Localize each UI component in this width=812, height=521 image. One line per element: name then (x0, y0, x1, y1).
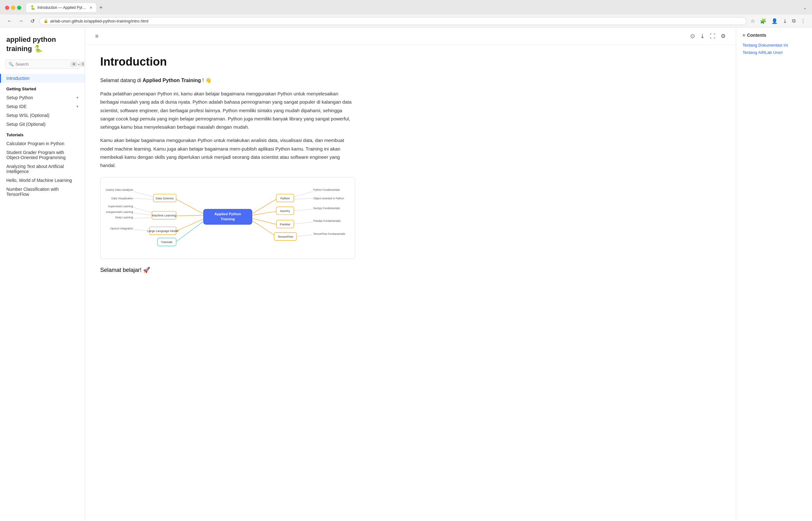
svg-text:Data Science: Data Science (156, 197, 174, 200)
search-shortcut: ⌘ + K (71, 62, 85, 67)
active-tab[interactable]: 🐍 Introduction — Applied Pytho... ✕ (26, 3, 96, 12)
svg-text:TensorFlow Fundamentals: TensorFlow Fundamentals (313, 232, 345, 235)
svg-line-19 (176, 219, 203, 231)
svg-text:Deep Learning: Deep Learning (115, 216, 133, 219)
sidebar-item-calculator[interactable]: Calculator Program in Python (0, 139, 85, 148)
main-content: ≡ ⊙ ⤓ ⛶ ⚙ Introduction Selamat datang di… (85, 27, 736, 521)
svg-line-8 (133, 198, 153, 199)
svg-text:Data Visualization: Data Visualization (111, 197, 133, 200)
tutorials-section: Tutorials (0, 129, 85, 139)
svg-text:NumPy: NumPy (280, 209, 290, 213)
svg-text:Unsupervised Learning: Unsupervised Learning (106, 210, 133, 213)
svg-line-10 (176, 216, 203, 216)
fullscreen-icon[interactable]: ⛶ (710, 33, 715, 40)
svg-text:TensorFlow: TensorFlow (278, 235, 293, 239)
svg-line-27 (252, 199, 277, 214)
new-tab-button[interactable]: + (98, 4, 105, 11)
sidebar-item-setup-git[interactable]: Setup Git (Optional) (0, 120, 85, 129)
profile-icon[interactable]: 👤 (770, 17, 779, 25)
address-bar[interactable]: 🔒 (39, 17, 747, 25)
svg-text:Python Fundamentals: Python Fundamentals (313, 188, 340, 191)
page-wrapper: applied python training 🐍 🔍 ⌘ + K Introd… (0, 27, 812, 521)
svg-line-30 (294, 192, 313, 197)
download-page-icon[interactable]: ⤓ (700, 32, 705, 40)
main-topbar: ≡ ⊙ ⤓ ⛶ ⚙ (85, 27, 736, 45)
article: Introduction Selamat datang di Applied P… (85, 45, 370, 289)
bookmark-icon[interactable]: ☆ (749, 17, 756, 25)
svg-line-13 (133, 208, 152, 213)
svg-line-32 (294, 198, 313, 199)
svg-line-37 (294, 209, 313, 211)
back-button[interactable]: ← (5, 17, 14, 25)
svg-text:OpenAI Integration: OpenAI Integration (110, 227, 133, 230)
svg-text:Exploratory Data Aanalysis: Exploratory Data Aanalysis (106, 188, 133, 191)
k-key: K (80, 62, 85, 67)
more-options-icon[interactable]: ⋮ (799, 17, 807, 25)
sidebar-item-number-classification[interactable]: Number Classification with TensorFlow (0, 185, 85, 199)
svg-text:Object-oriented in Python: Object-oriented in Python (313, 197, 344, 200)
svg-line-34 (252, 211, 277, 215)
mindmap-diagram: Applied Python Training Data Science Exp… (100, 177, 355, 259)
tab-list-button[interactable]: ⌄ (803, 5, 807, 10)
menu-icon[interactable]: ≡ (95, 33, 99, 40)
getting-started-section: Getting Started (0, 83, 85, 93)
traffic-lights (5, 6, 21, 10)
mindmap-svg: Applied Python Training Data Science Exp… (106, 183, 350, 252)
maximize-button[interactable] (17, 6, 21, 10)
sidebar-item-student-grader[interactable]: Student Grader Program with Object-Orien… (0, 148, 85, 162)
download-icon[interactable]: ⤓ (782, 17, 788, 25)
sidebar-item-setup-wsl[interactable]: Setup WSL (Optional) (0, 111, 85, 120)
article-intro: Selamat datang di Applied Python Trainin… (100, 76, 355, 85)
close-button[interactable] (5, 6, 9, 10)
svg-text:Training: Training (221, 217, 235, 221)
svg-text:Supervised Learning: Supervised Learning (108, 205, 133, 208)
browser-titlebar: 🐍 Introduction — Applied Pytho... ✕ + ⌄ (0, 0, 812, 15)
extension-icon[interactable]: 🧩 (759, 17, 768, 25)
sidebar-item-setup-ide[interactable]: Setup IDE ▾ (0, 102, 85, 111)
search-input[interactable] (16, 62, 69, 67)
sidebar-item-hello-ml[interactable]: Hello, World of Machine Learning (0, 176, 85, 185)
article-footer: Selamat belajar! 🚀 (100, 267, 355, 273)
toolbar-icons: ☆ 🧩 👤 ⤓ ⧉ ⋮ (749, 17, 807, 25)
chevron-down-icon: ▾ (77, 95, 78, 100)
svg-text:Applied Python: Applied Python (214, 212, 241, 216)
settings-icon[interactable]: ⚙ (721, 32, 726, 40)
address-input[interactable] (50, 19, 743, 23)
lock-icon: 🔒 (43, 19, 48, 23)
tab-title: Introduction — Applied Pytho... (38, 5, 86, 10)
toc-item-2[interactable]: Tentang AIRLab Unsri (743, 49, 806, 56)
sidebar-item-analyzing-text[interactable]: Analyzing Text about Artificial Intellig… (0, 162, 85, 176)
svg-text:Python: Python (280, 197, 290, 200)
minimize-button[interactable] (11, 6, 15, 10)
svg-line-47 (297, 235, 313, 237)
article-title: Introduction (100, 55, 355, 68)
svg-text:Pandas Fundamentals: Pandas Fundamentals (313, 220, 341, 223)
svg-text:Machine Learning: Machine Learning (152, 214, 176, 218)
toc-item-1[interactable]: Tentang Dokumentasi Ini (743, 42, 806, 49)
reload-button[interactable]: ↺ (28, 17, 37, 25)
topbar-right: ⊙ ⤓ ⛶ ⚙ (690, 32, 726, 40)
svg-text:Large Language Model: Large Language Model (147, 229, 178, 233)
svg-line-3 (176, 199, 203, 214)
svg-text:Tutorials: Tutorials (161, 241, 173, 244)
topbar-left: ≡ (95, 33, 99, 40)
tab-favicon: 🐍 (30, 5, 36, 10)
browser-extensions-icon[interactable]: ⧉ (791, 17, 797, 25)
svg-text:Pandas: Pandas (280, 223, 291, 226)
browser-chrome: 🐍 Introduction — Applied Pytho... ✕ + ⌄ … (0, 0, 812, 27)
toc-icon: ≡ (743, 32, 745, 38)
search-bar[interactable]: 🔍 ⌘ + K (5, 60, 80, 69)
search-icon: 🔍 (8, 62, 14, 67)
svg-text:Numpy Fundamentals: Numpy Fundamentals (313, 207, 340, 210)
svg-line-15 (133, 213, 152, 216)
svg-line-42 (294, 222, 313, 224)
chevron-down-icon: ▾ (77, 104, 78, 109)
svg-line-39 (252, 218, 277, 224)
toc-title: ≡ Contents (743, 32, 806, 38)
svg-line-6 (133, 192, 153, 197)
forward-button[interactable]: → (17, 17, 25, 25)
sidebar-item-setup-python[interactable]: Setup Python ▾ (0, 93, 85, 102)
sidebar-item-introduction[interactable]: Introduction (0, 74, 85, 83)
github-icon[interactable]: ⊙ (690, 32, 695, 40)
tab-close-button[interactable]: ✕ (89, 6, 92, 10)
